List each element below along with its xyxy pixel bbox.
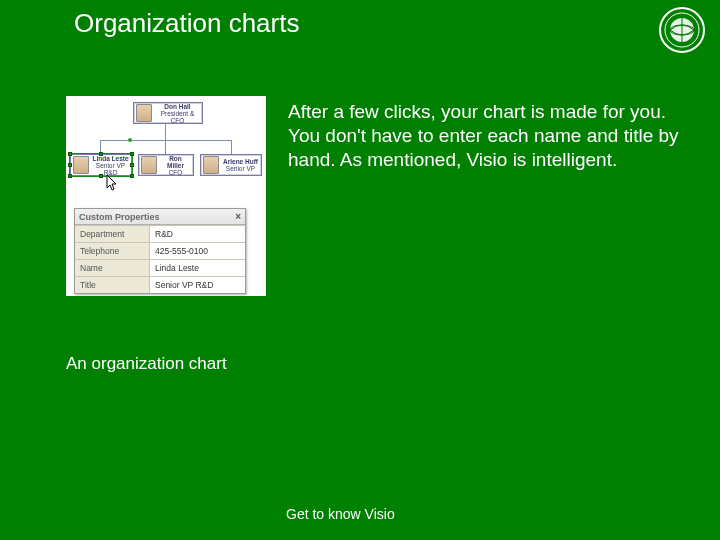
slide: Organization charts Don Hall President &…: [0, 0, 720, 540]
close-icon[interactable]: ×: [235, 211, 241, 222]
illustration-caption: An organization chart: [66, 354, 227, 374]
property-value[interactable]: 425-555-0100: [149, 243, 245, 259]
property-row: Title Senior VP R&D: [75, 276, 245, 293]
property-row: Department R&D: [75, 225, 245, 242]
property-value[interactable]: Senior VP R&D: [149, 277, 245, 293]
org-node: Arlene Huff Senior VP: [200, 154, 262, 176]
org-name: Linda Leste: [92, 155, 129, 162]
org-name: Ron Miller: [160, 155, 191, 169]
org-title: CFO: [160, 169, 191, 176]
institute-logo: [658, 6, 706, 54]
org-node-ceo: Don Hall President & CFO: [133, 102, 203, 124]
orgchart-illustration: Don Hall President & CFO Linda Leste Sen…: [66, 96, 266, 296]
avatar-icon: [73, 156, 89, 174]
avatar-icon: [203, 156, 219, 174]
body-paragraph: After a few clicks, your chart is made f…: [288, 100, 688, 171]
custom-properties-panel: Custom Properties × Department R&D Telep…: [74, 208, 246, 294]
avatar-icon: [136, 104, 152, 122]
org-title: Senior VP: [222, 165, 259, 172]
slide-footer: Get to know Visio: [286, 506, 395, 522]
property-value[interactable]: R&D: [149, 226, 245, 242]
org-name: Don Hall: [155, 103, 200, 110]
slide-title: Organization charts: [74, 8, 299, 39]
org-node: Ron Miller CFO: [138, 154, 194, 176]
property-row: Name Linda Leste: [75, 259, 245, 276]
panel-title: Custom Properties: [79, 212, 160, 222]
property-label: Department: [75, 226, 149, 242]
property-label: Name: [75, 260, 149, 276]
property-label: Telephone: [75, 243, 149, 259]
property-value[interactable]: Linda Leste: [149, 260, 245, 276]
org-name: Arlene Huff: [222, 158, 259, 165]
property-row: Telephone 425-555-0100: [75, 242, 245, 259]
avatar-icon: [141, 156, 157, 174]
org-title: President & CFO: [155, 110, 200, 124]
org-title: Senior VP R&D: [92, 162, 129, 176]
panel-titlebar: Custom Properties ×: [75, 209, 245, 225]
org-node-selected[interactable]: Linda Leste Senior VP R&D: [70, 154, 132, 176]
cursor-icon: [106, 174, 120, 195]
property-label: Title: [75, 277, 149, 293]
